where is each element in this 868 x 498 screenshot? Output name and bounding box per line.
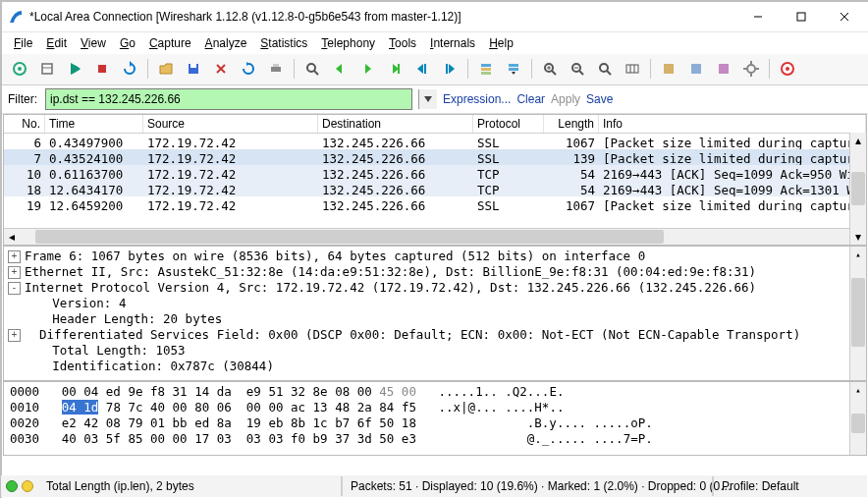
- tree-expander-icon[interactable]: +: [8, 250, 21, 263]
- forward-icon[interactable]: [354, 57, 380, 81]
- menu-analyze[interactable]: Analyze: [199, 34, 253, 52]
- help-icon[interactable]: [775, 57, 800, 81]
- menu-file[interactable]: File: [8, 34, 38, 52]
- menu-edit[interactable]: Edit: [40, 34, 73, 52]
- scroll-thumb-x[interactable]: [35, 230, 664, 244]
- restart-icon[interactable]: [117, 57, 142, 81]
- svg-rect-39: [719, 64, 729, 74]
- scroll-down-icon[interactable]: ▾: [850, 229, 866, 245]
- last-icon[interactable]: [437, 57, 462, 81]
- packet-list-vscroll[interactable]: ▴ ▾: [849, 133, 866, 245]
- menu-tools[interactable]: Tools: [383, 34, 422, 52]
- scroll-up-icon[interactable]: ▴: [850, 133, 866, 148]
- svg-point-15: [307, 64, 315, 72]
- col-no[interactable]: No.: [4, 115, 45, 133]
- zoom-out-icon[interactable]: [565, 57, 590, 81]
- packet-row[interactable]: 70.43524100172.19.72.42132.245.226.66SSL…: [4, 149, 866, 165]
- packet-list-header[interactable]: No. Time Source Destination Protocol Len…: [4, 115, 866, 134]
- scroll-up-icon[interactable]: ▴: [850, 382, 866, 398]
- maximize-button[interactable]: [780, 3, 823, 30]
- packet-details-pane[interactable]: +Frame 6: 1067 bytes on wire (8536 bits)…: [3, 246, 867, 381]
- hex-line[interactable]: 0030 40 03 5f 85 00 00 17 03 03 03 f0 b9…: [10, 431, 860, 447]
- col-info[interactable]: Info: [599, 115, 866, 133]
- interfaces-icon[interactable]: [7, 57, 32, 81]
- clear-button[interactable]: Clear: [516, 92, 545, 106]
- details-line[interactable]: Total Length: 1053: [8, 343, 862, 359]
- coloring-rules-icon[interactable]: [711, 57, 736, 81]
- packet-row[interactable]: 1912.6459200172.19.72.42132.245.226.66SS…: [4, 196, 866, 212]
- prefs-icon[interactable]: [738, 57, 764, 81]
- packet-list-pane[interactable]: No. Time Source Destination Protocol Len…: [3, 114, 867, 246]
- col-time[interactable]: Time: [45, 115, 143, 133]
- packet-row[interactable]: 1812.6434170172.19.72.42132.245.226.66TC…: [4, 181, 866, 196]
- menu-help[interactable]: Help: [483, 34, 519, 52]
- menu-view[interactable]: View: [75, 34, 112, 52]
- hex-line[interactable]: 0020 e2 42 08 79 01 bb ed 8a 19 eb 8b 1c…: [10, 415, 860, 431]
- back-icon[interactable]: [327, 57, 353, 81]
- details-line[interactable]: +Frame 6: 1067 bytes on wire (8536 bits)…: [8, 249, 862, 264]
- hex-line[interactable]: 0000 00 04 ed 9e f8 31 14 da e9 51 32 8e…: [10, 384, 860, 400]
- details-line[interactable]: Identification: 0x787c (30844): [8, 359, 862, 374]
- hex-line[interactable]: 0010 04 1d 78 7c 40 00 80 06 00 00 ac 13…: [10, 400, 860, 415]
- tree-expander-icon[interactable]: -: [8, 282, 21, 295]
- svg-point-5: [18, 67, 22, 71]
- menu-go[interactable]: Go: [114, 34, 141, 52]
- tree-expander-icon[interactable]: +: [8, 266, 21, 279]
- goto-icon[interactable]: [382, 57, 407, 81]
- scroll-thumb[interactable]: [851, 414, 865, 433]
- details-line[interactable]: Header Length: 20 bytes: [8, 311, 862, 327]
- col-dst[interactable]: Destination: [318, 115, 473, 133]
- menu-telephony[interactable]: Telephony: [315, 34, 381, 52]
- stop-icon[interactable]: [89, 57, 115, 81]
- hex-vscroll[interactable]: ▴: [849, 382, 866, 455]
- scroll-left-icon[interactable]: ◂: [4, 229, 20, 245]
- svg-point-32: [600, 64, 608, 72]
- menu-statistics[interactable]: Statistics: [254, 34, 313, 52]
- scroll-up-icon[interactable]: ▴: [850, 247, 866, 262]
- print-icon[interactable]: [263, 57, 289, 81]
- autoscroll-icon[interactable]: [501, 57, 526, 81]
- packet-list-hscroll[interactable]: ◂ ▸: [4, 228, 866, 245]
- expert-info-icon[interactable]: [6, 480, 18, 492]
- filter-input[interactable]: [46, 90, 411, 108]
- col-proto[interactable]: Protocol: [473, 115, 544, 133]
- scroll-thumb[interactable]: [851, 172, 865, 205]
- menu-capture[interactable]: Capture: [143, 34, 197, 52]
- details-line[interactable]: +Ethernet II, Src: AsustekC_51:32:8e (14…: [8, 264, 862, 280]
- resize-cols-icon[interactable]: [620, 57, 645, 81]
- first-icon[interactable]: [409, 57, 435, 81]
- details-line[interactable]: Version: 4: [8, 296, 862, 311]
- start-icon[interactable]: [62, 57, 87, 81]
- window-title: *Local Area Connection [Wireshark 1.12.8…: [29, 10, 736, 24]
- tree-expander-icon[interactable]: +: [8, 329, 21, 342]
- display-filters-icon[interactable]: [683, 57, 709, 81]
- close-button[interactable]: [823, 3, 866, 30]
- zoom-100-icon[interactable]: [592, 57, 618, 81]
- reload-icon[interactable]: [236, 57, 261, 81]
- options-icon[interactable]: [34, 57, 60, 81]
- filter-dropdown-button[interactable]: [418, 89, 437, 109]
- details-vscroll[interactable]: ▴: [849, 247, 866, 380]
- col-src[interactable]: Source: [143, 115, 318, 133]
- save-button[interactable]: Save: [586, 92, 613, 106]
- col-len[interactable]: Length: [544, 115, 599, 133]
- save-icon[interactable]: [181, 57, 206, 81]
- menu-internals[interactable]: Internals: [424, 34, 481, 52]
- packet-bytes-pane[interactable]: 0000 00 04 ed 9e f8 31 14 da e9 51 32 8e…: [3, 381, 867, 456]
- apply-button[interactable]: Apply: [551, 92, 580, 106]
- find-icon[interactable]: [299, 57, 325, 81]
- status-profile[interactable]: Profile: Default: [712, 476, 867, 496]
- packet-row[interactable]: 60.43497900172.19.72.42132.245.226.66SSL…: [4, 134, 866, 149]
- capture-comment-icon[interactable]: [22, 480, 33, 492]
- details-line[interactable]: -Internet Protocol Version 4, Src: 172.1…: [8, 280, 862, 296]
- minimize-button[interactable]: [736, 3, 780, 30]
- scroll-thumb[interactable]: [851, 278, 865, 347]
- colorize-icon[interactable]: [473, 57, 499, 81]
- details-line[interactable]: + Differentiated Services Field: 0x00 (D…: [8, 327, 862, 343]
- expression-button[interactable]: Expression...: [443, 92, 511, 106]
- capture-filters-icon[interactable]: [656, 57, 681, 81]
- packet-row[interactable]: 100.61163700172.19.72.42132.245.226.66TC…: [4, 165, 866, 181]
- zoom-in-icon[interactable]: [537, 57, 563, 81]
- open-icon[interactable]: [153, 57, 179, 81]
- close-icon[interactable]: [208, 57, 234, 81]
